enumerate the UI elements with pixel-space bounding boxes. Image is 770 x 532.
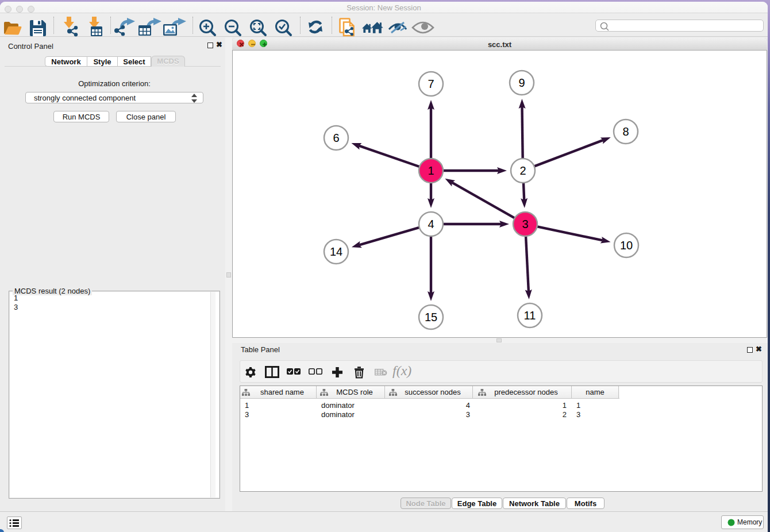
svg-text:3: 3 [522, 218, 528, 230]
svg-text:15: 15 [425, 311, 437, 323]
svg-text:11: 11 [524, 309, 536, 322]
svg-text:4: 4 [428, 218, 434, 230]
svg-text:6: 6 [333, 132, 339, 144]
svg-text:10: 10 [620, 239, 633, 252]
svg-text:8: 8 [622, 125, 629, 138]
svg-text:1: 1 [428, 164, 434, 177]
svg-text:7: 7 [428, 78, 434, 90]
svg-text:14: 14 [330, 245, 342, 258]
svg-text:2: 2 [519, 164, 526, 177]
svg-text:9: 9 [518, 76, 525, 89]
